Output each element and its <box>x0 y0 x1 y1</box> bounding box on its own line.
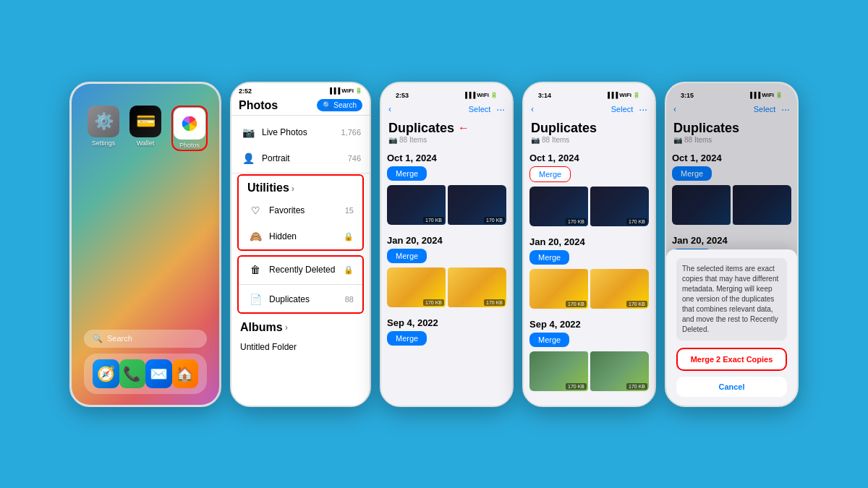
date-oct-5: Oct 1, 2024 Merge <box>672 148 791 225</box>
hidden-icon: 🙈 <box>247 228 263 244</box>
dup-title-4: Duplicates <box>531 121 597 135</box>
date-section-jan-4: Jan 20, 2024 Merge 170 KB 170 KB <box>529 232 649 309</box>
portrait-count: 746 <box>348 154 361 163</box>
status-icons-3: ▐▐▐ WiFi 🔋 <box>463 92 498 98</box>
recently-deleted-item[interactable]: 🗑 Recently Deleted 🔒 <box>239 257 362 283</box>
photo-thumb-3: 170 KB <box>387 267 446 307</box>
photos-nav-bar: Photos 🔍 Search <box>231 96 370 116</box>
dup-title-area-5: Duplicates 📷 88 Items <box>673 118 790 145</box>
settings-label: Settings <box>92 140 116 147</box>
home-search-label: Search <box>107 334 132 343</box>
select-button-4[interactable]: Select <box>611 105 634 114</box>
duplicates-content-3: 2:53 ▐▐▐ WiFi 🔋 ‹ Select ··· <box>381 83 512 406</box>
signal-icon: ▐▐▐ <box>328 87 340 94</box>
photo-thumb-2: 170 KB <box>448 185 506 225</box>
photo-thumb-4: 170 KB <box>448 267 506 307</box>
dup-nav-3: ‹ Select ··· <box>388 100 505 118</box>
screen1-home: ⚙️ Settings 💳 Wallet <box>69 82 221 407</box>
utilities-section: Utilities › ♡ Favorites 15 🙈 <box>237 174 364 251</box>
date-oct-4: Oct 1, 2024 <box>529 148 649 166</box>
live-photos-count: 1,766 <box>341 128 361 137</box>
merge-btn-sep-4[interactable]: Merge <box>529 333 569 347</box>
screen2-photos: 2:52 ▐▐▐ WiFi 🔋 Photos 🔍 Search � <box>230 82 371 407</box>
dock: 🧭 📞 ✉️ 🏠 <box>84 354 207 394</box>
photo-row-yellow-4: 170 KB 170 KB <box>529 269 649 309</box>
photos-search-button[interactable]: 🔍 Search <box>317 99 362 111</box>
dup-title-5: Duplicates <box>673 121 739 135</box>
screenshots-container: ⚙️ Settings 💳 Wallet <box>55 67 813 421</box>
live-photos-left: 📷 Live Photos <box>240 124 307 140</box>
time-3: 2:53 <box>396 92 409 99</box>
favorites-label: Favorites <box>269 205 305 215</box>
hidden-item[interactable]: 🙈 Hidden 🔒 <box>239 223 362 249</box>
more-button-3[interactable]: ··· <box>496 103 505 115</box>
phone-dock-icon[interactable]: 📞 <box>119 359 146 388</box>
merge-exact-copies-button[interactable]: Merge 2 Exact Copies <box>676 348 787 371</box>
photos-app-icon[interactable]: Photos <box>171 106 208 151</box>
date-jan: Jan 20, 2024 <box>387 231 506 249</box>
live-photos-item[interactable]: 📷 Live Photos 1,766 <box>231 119 370 145</box>
merge-btn-oct-3[interactable]: Merge <box>387 166 427 181</box>
duplicates-item[interactable]: 📄 Duplicates 88 <box>239 286 362 312</box>
merge-btn-sep-3[interactable]: Merge <box>387 331 427 346</box>
favorites-item[interactable]: ♡ Favorites 15 <box>239 197 362 223</box>
home-search-bar[interactable]: 🔍 Search <box>84 330 207 348</box>
merge-btn-5[interactable]: Merge <box>672 166 712 181</box>
merge-btn-jan-3[interactable]: Merge <box>387 249 427 263</box>
untitled-folder-item[interactable]: Untitled Folder <box>231 337 370 357</box>
merge-btn-jan-4[interactable]: Merge <box>529 250 569 265</box>
back-button-5[interactable]: ‹ <box>673 104 676 114</box>
recently-deleted-label: Recently Deleted <box>269 265 335 275</box>
nav-actions-4: Select ··· <box>611 103 647 115</box>
portrait-item[interactable]: 👤 Portrait 746 <box>231 145 370 171</box>
dup-body-4: Oct 1, 2024 Merge 170 KB 170 KB Jan 20, … <box>524 148 655 406</box>
albums-chevron: › <box>285 322 288 333</box>
signal-icon-4: ▐▐▐ <box>605 92 618 98</box>
status-bar-3: 2:53 ▐▐▐ WiFi 🔋 <box>388 87 505 100</box>
status-icons-4: ▐▐▐ WiFi 🔋 <box>605 92 640 98</box>
nav-actions-5: Select ··· <box>754 103 790 115</box>
safari-dock-icon[interactable]: 🧭 <box>93 359 119 388</box>
status-bar-5: 3:15 ▐▐▐ WiFi 🔋 <box>673 87 790 100</box>
hidden-left: 🙈 Hidden <box>247 228 297 244</box>
date-section-jan: Jan 20, 2024 Merge 170 KB 170 KB <box>387 231 506 307</box>
photo-row-dark-4: 170 KB 170 KB <box>529 187 649 226</box>
more-button-5[interactable]: ··· <box>781 103 790 115</box>
live-photos-label: Live Photos <box>262 127 307 137</box>
nav-actions-3: Select ··· <box>469 103 505 115</box>
photo-thumb-1: 170 KB <box>387 185 446 225</box>
duplicates-left: 📄 Duplicates <box>247 291 310 307</box>
merge-btn-oct-4-highlighted[interactable]: Merge <box>529 166 571 182</box>
cancel-merge-button[interactable]: Cancel <box>676 377 787 397</box>
wallet-icon: 💳 <box>129 106 161 137</box>
more-button-4[interactable]: ··· <box>639 103 647 115</box>
recently-deleted-left: 🗑 Recently Deleted <box>247 262 335 278</box>
photo-thumb-9: 170 KB <box>529 351 588 391</box>
search-icon: 🔍 <box>323 101 331 109</box>
status-icons-2: ▐▐▐ WiFi 🔋 <box>328 87 362 94</box>
back-button-4[interactable]: ‹ <box>531 104 534 114</box>
select-button-5[interactable]: Select <box>754 105 776 114</box>
wallet-label: Wallet <box>137 140 155 147</box>
battery-icon: 🔋 <box>355 87 362 94</box>
select-button-3[interactable]: Select <box>469 105 491 114</box>
settings-app-icon[interactable]: ⚙️ Settings <box>88 106 119 151</box>
dup-title-3: Duplicates <box>388 121 454 136</box>
photo-size-1: 170 KB <box>423 217 444 223</box>
albums-label: Albums <box>240 321 283 334</box>
wallet-app-icon[interactable]: 💳 Wallet <box>129 106 161 151</box>
duplicates-label: Duplicates <box>269 294 310 304</box>
back-button-3[interactable]: ‹ <box>388 104 391 114</box>
separator-1 <box>231 173 370 174</box>
hidden-lock-icon: 🔒 <box>344 232 354 241</box>
wifi-icon-3: WiFi <box>477 92 489 98</box>
status-bar-4: 3:14 ▐▐▐ WiFi 🔋 <box>531 87 647 100</box>
utilities-chevron: › <box>292 183 294 194</box>
photo-size-2: 170 KB <box>484 217 505 223</box>
screen4-duplicates-merge: 3:14 ▐▐▐ WiFi 🔋 ‹ Select ··· Duplicates <box>522 82 656 407</box>
mail-dock-icon[interactable]: ✉️ <box>145 359 172 388</box>
portrait-icon: 👤 <box>240 150 256 166</box>
home-app-dock-icon[interactable]: 🏠 <box>172 359 199 388</box>
dup-nav-5: ‹ Select ··· <box>673 100 790 118</box>
dup-subtitle-5: 📷 88 Items <box>673 136 790 144</box>
